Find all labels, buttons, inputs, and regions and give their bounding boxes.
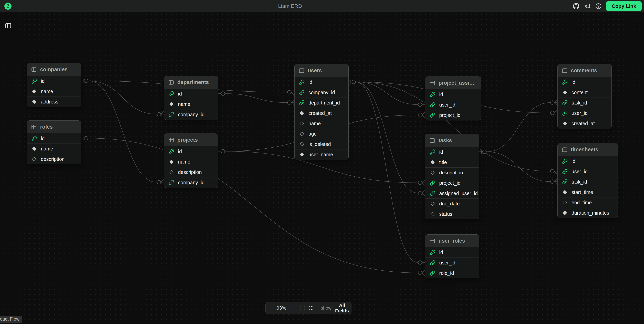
field-row-users-department_id[interactable]: department_id — [294, 98, 348, 108]
fit-view-button[interactable] — [300, 305, 305, 311]
sidebar-toggle-button[interactable] — [4, 22, 12, 30]
table-header[interactable]: projects — [164, 134, 218, 146]
table-node-roles[interactable]: rolesidnamedescription — [27, 120, 81, 164]
table-header[interactable]: users — [294, 64, 348, 77]
field-row-departments-company_id[interactable]: company_id — [164, 109, 218, 120]
table-node-companies[interactable]: companiesidnameaddress — [27, 63, 81, 107]
field-row-timesheets-user_id[interactable]: user_id — [558, 166, 618, 177]
field-row-comments-content[interactable]: content — [558, 87, 612, 98]
key-icon — [299, 79, 304, 85]
field-label: id — [41, 78, 45, 84]
table-header[interactable]: timesheets — [558, 143, 618, 156]
field-row-departments-name[interactable]: name — [164, 99, 218, 109]
field-row-user_roles-user_id[interactable]: user_id — [425, 257, 479, 268]
help-button[interactable] — [595, 3, 602, 10]
field-row-comments-id[interactable]: id — [558, 77, 612, 87]
field-label: department_id — [308, 100, 340, 106]
table-header[interactable]: comments — [558, 64, 612, 77]
field-row-project_assignments-id[interactable]: id — [425, 89, 481, 100]
liam-logo[interactable]: Ƨ — [4, 3, 12, 10]
fields-filter-dropdown[interactable]: All Fields — [334, 303, 354, 313]
diamond-filled-icon — [430, 160, 435, 165]
table-header[interactable]: user_roles — [425, 235, 479, 247]
field-row-users-id[interactable]: id — [294, 77, 348, 87]
field-label: description — [439, 170, 463, 176]
field-row-timesheets-start_time[interactable]: start_time — [558, 187, 618, 197]
field-row-project_assignments-user_id[interactable]: user_id — [425, 100, 481, 110]
field-row-tasks-status[interactable]: status — [425, 209, 479, 219]
field-row-tasks-description[interactable]: description — [425, 168, 479, 178]
field-label: created_at — [572, 121, 595, 126]
field-label: id — [308, 79, 312, 85]
diamond-outline-icon — [299, 131, 304, 136]
field-row-users-company_id[interactable]: company_id — [294, 87, 348, 98]
field-row-projects-id[interactable]: id — [164, 146, 218, 156]
key-icon — [430, 149, 435, 155]
announcements-button[interactable] — [584, 3, 591, 10]
table-node-comments[interactable]: commentsidcontenttask_iduser_idcreated_a… — [558, 64, 612, 129]
field-row-projects-company_id[interactable]: company_id — [164, 177, 218, 188]
field-row-user_roles-id[interactable]: id — [425, 247, 479, 257]
table-node-departments[interactable]: departmentsidnamecompany_id — [164, 76, 218, 120]
link-icon — [430, 180, 435, 186]
table-node-project_assignments[interactable]: project_assignmentsiduser_idproject_id — [425, 77, 481, 120]
table-header[interactable]: departments — [164, 76, 218, 89]
field-row-timesheets-duration_minutes[interactable]: duration_minutes — [558, 208, 618, 218]
zoom-out-button[interactable]: − — [270, 305, 274, 311]
table-header[interactable]: companies — [27, 63, 81, 76]
field-row-comments-task_id[interactable]: task_id — [558, 98, 612, 108]
table-header[interactable]: tasks — [425, 134, 479, 147]
field-row-comments-user_id[interactable]: user_id — [558, 108, 612, 118]
table-node-user_roles[interactable]: user_rolesiduser_idrole_id — [425, 234, 479, 278]
field-row-departments-id[interactable]: id — [164, 89, 218, 99]
table-node-tasks[interactable]: tasksidtitledescriptionproject_idassigne… — [425, 134, 479, 219]
field-row-tasks-title[interactable]: title — [425, 157, 479, 168]
table-header[interactable]: roles — [27, 121, 81, 133]
field-row-comments-created_at[interactable]: created_at — [558, 118, 612, 129]
field-row-companies-id[interactable]: id — [27, 76, 81, 86]
field-row-companies-name[interactable]: name — [27, 86, 81, 96]
field-row-users-is_deleted[interactable]: is_deleted — [294, 139, 348, 149]
field-row-timesheets-end_time[interactable]: end_time — [558, 197, 618, 208]
field-label: due_date — [439, 201, 460, 207]
megaphone-icon — [584, 3, 590, 9]
field-row-users-name[interactable]: name — [294, 118, 348, 129]
field-row-tasks-id[interactable]: id — [425, 147, 479, 157]
zoom-in-button[interactable]: + — [289, 305, 293, 311]
erd-canvas[interactable]: companiesidnameaddressrolesidnamedescrip… — [0, 0, 644, 324]
react-flow-attribution[interactable]: React Flow — [0, 316, 22, 323]
link-icon — [299, 90, 304, 95]
link-icon — [169, 180, 174, 185]
field-label: project_id — [439, 180, 460, 186]
field-row-roles-id[interactable]: id — [27, 133, 81, 143]
field-row-projects-name[interactable]: name — [164, 156, 218, 167]
field-label: is_deleted — [308, 141, 331, 147]
field-row-roles-description[interactable]: description — [27, 154, 81, 164]
field-row-roles-name[interactable]: name — [27, 143, 81, 154]
field-row-projects-description[interactable]: description — [164, 167, 218, 177]
field-row-timesheets-task_id[interactable]: task_id — [558, 177, 618, 187]
diamond-filled-icon — [562, 90, 568, 95]
table-header[interactable]: project_assignments — [425, 77, 481, 89]
field-row-users-user_name[interactable]: user_name — [294, 149, 348, 160]
copy-link-button[interactable]: Copy Link — [606, 1, 642, 11]
field-row-tasks-assigned_user_id[interactable]: assigned_user_id — [425, 188, 479, 199]
field-row-tasks-due_date[interactable]: due_date — [425, 199, 479, 209]
field-row-users-age[interactable]: age — [294, 129, 348, 139]
field-row-tasks-project_id[interactable]: project_id — [425, 178, 479, 188]
field-row-user_roles-role_id[interactable]: role_id — [425, 268, 479, 278]
field-row-users-created_at[interactable]: created_at — [294, 108, 348, 118]
field-row-companies-address[interactable]: address — [27, 96, 81, 107]
table-node-projects[interactable]: projectsidnamedescriptioncompany_id — [164, 133, 218, 188]
help-icon — [596, 3, 602, 9]
field-label: address — [41, 99, 58, 105]
tidy-up-button[interactable] — [308, 305, 314, 311]
field-row-timesheets-id[interactable]: id — [558, 156, 618, 166]
table-node-timesheets[interactable]: timesheetsiduser_idtask_idstart_timeend_… — [558, 143, 618, 218]
diamond-filled-icon — [562, 121, 568, 126]
field-row-project_assignments-project_id[interactable]: project_id — [425, 110, 481, 120]
diamond-outline-icon — [299, 121, 304, 126]
table-node-users[interactable]: usersidcompany_iddepartment_idcreated_at… — [294, 64, 348, 160]
field-label: name — [41, 89, 53, 94]
github-button[interactable] — [573, 3, 580, 10]
